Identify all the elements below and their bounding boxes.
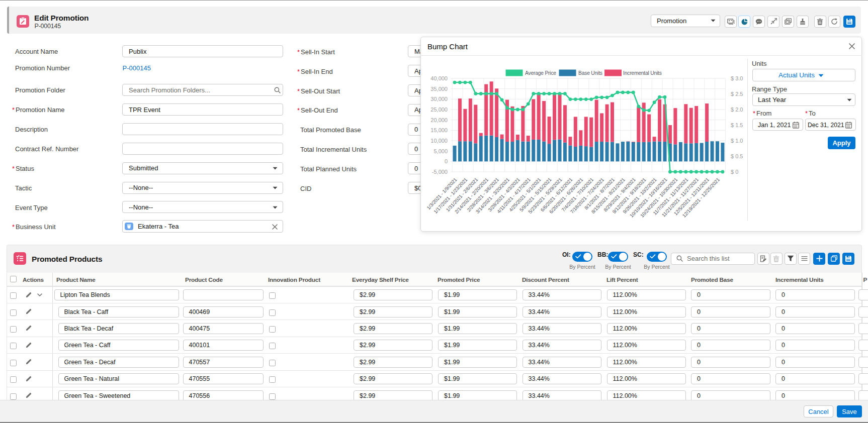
svg-text:Incremental Units: Incremental Units xyxy=(623,70,662,76)
svg-text:30,000: 30,000 xyxy=(430,96,448,102)
svg-text:$ 0: $ 0 xyxy=(731,169,738,175)
svg-text:25,000: 25,000 xyxy=(430,107,448,113)
svg-text:Base Units: Base Units xyxy=(578,70,602,76)
svg-text:-5,000: -5,000 xyxy=(432,169,448,175)
svg-text:$ 2.0: $ 2.0 xyxy=(731,107,743,113)
svg-text:20,000: 20,000 xyxy=(430,117,448,123)
svg-text:40,000: 40,000 xyxy=(430,75,448,81)
svg-text:10,000: 10,000 xyxy=(430,138,448,144)
svg-text:$ 3.0: $ 3.0 xyxy=(731,75,743,81)
svg-text:35,000: 35,000 xyxy=(430,86,448,92)
svg-text:$ 0.5: $ 0.5 xyxy=(731,153,743,159)
svg-text:Average Price: Average Price xyxy=(525,70,556,76)
svg-text:5,000: 5,000 xyxy=(433,148,448,154)
svg-text:$ 1.0: $ 1.0 xyxy=(731,138,743,144)
svg-text:$ 1.5: $ 1.5 xyxy=(731,122,743,128)
svg-text:$ 2.5: $ 2.5 xyxy=(731,91,743,97)
svg-text:15,000: 15,000 xyxy=(430,127,448,133)
svg-text:0: 0 xyxy=(445,158,448,164)
